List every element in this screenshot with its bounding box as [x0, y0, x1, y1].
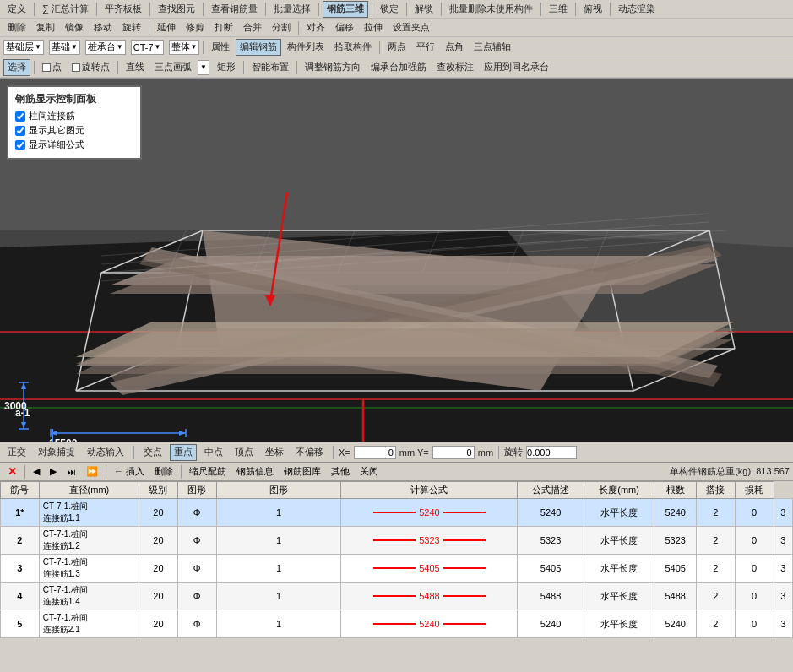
parallel-btn[interactable]: 平行 [412, 39, 439, 56]
batch-delete-btn[interactable]: 批量删除未使用构件 [445, 1, 537, 18]
layer-dropdown[interactable]: 基础层 ▼ [3, 40, 44, 55]
edit-rebar-btn[interactable]: 编辑钢筋 [236, 39, 281, 56]
table-row[interactable]: 5 CT-7-1.桩间连接筋2.1 20 Φ 1 5240 5240 水平长度 … [1, 610, 793, 638]
rebar-table-wrapper[interactable]: 筋号 直径(mm) 级别 图形 图形 计算公式 公式描述 长度(mm) 根数 搭… [0, 481, 793, 638]
table-row[interactable]: 1* CT-7-1.桩间连接筋1.1 20 Φ 1 5240 5240 水平长度… [1, 499, 793, 527]
break-btn[interactable]: 打断 [210, 19, 237, 36]
close-btn[interactable]: 关闭 [356, 463, 383, 480]
panel-item-1[interactable]: 柱间连接筋 [15, 110, 133, 122]
insert-btn[interactable]: ← 插入 [110, 463, 149, 480]
trim-btn[interactable]: 修剪 [182, 19, 209, 36]
check-annotation-btn[interactable]: 查改标注 [432, 59, 478, 76]
coord-btn[interactable]: 坐标 [261, 444, 288, 461]
toolbar-row-3: 基础层 ▼ 基础 ▼ 桩承台 ▼ CT-7 ▼ 整体 ▼ 属性 编辑钢筋 构件列… [0, 37, 793, 57]
stretch-btn[interactable]: 拉伸 [360, 19, 387, 36]
center-point-btn[interactable]: 中点 [200, 444, 227, 461]
3d-btn[interactable]: 三维 [545, 1, 572, 18]
rotate-input[interactable] [526, 446, 577, 459]
no-offset-btn[interactable]: 不偏移 [291, 444, 328, 461]
arc-btn[interactable]: 三点画弧 [150, 59, 196, 76]
scope-dropdown[interactable]: 整体 ▼ [169, 40, 200, 55]
prev-btn[interactable]: ◀ [29, 463, 44, 480]
unlock-btn[interactable]: 解锁 [410, 1, 437, 18]
object-snap-btn[interactable]: 对象捕捉 [34, 444, 79, 461]
table-row[interactable]: 4 CT-7-1.桩间连接筋1.4 20 Φ 1 5488 5488 水平长度 … [1, 583, 793, 610]
offset-btn[interactable]: 偏移 [331, 19, 358, 36]
component-list-btn[interactable]: 构件列表 [283, 39, 329, 56]
checkbox-show-others[interactable] [15, 126, 25, 136]
cell-name: CT-7-1.桩间连接筋1.3 [39, 555, 139, 583]
panel-item-2[interactable]: 显示其它图元 [15, 124, 133, 137]
layer-label: 基础层 [6, 41, 34, 53]
intersection-btn[interactable]: 交点 [139, 444, 166, 461]
3d-viewport[interactable]: a-1 3000 15500 Y X 6-3 9 [0, 79, 793, 442]
find-element-btn[interactable]: 查找图元 [154, 1, 199, 18]
table-row[interactable]: 2 CT-7-1.桩间连接筋1.2 20 Φ 1 5323 5323 水平长度 … [1, 527, 793, 555]
merge-btn[interactable]: 合并 [239, 19, 266, 36]
top-view-btn[interactable]: 俯视 [579, 1, 606, 18]
close-x-btn[interactable]: ✕ [3, 463, 21, 480]
lock-btn[interactable]: 锁定 [376, 1, 403, 18]
cell-grade: Φ [177, 499, 216, 527]
select-btn[interactable]: 选择 [3, 59, 30, 76]
split-btn[interactable]: 分割 [268, 19, 295, 36]
line-btn[interactable]: 直线 [122, 59, 149, 76]
extend-btn[interactable]: 延伸 [153, 19, 180, 36]
cell-name: CT-7-1.桩间连接筋2.1 [39, 610, 139, 638]
sublayer-dropdown[interactable]: 基础 ▼ [49, 40, 80, 55]
rebar-lib-btn[interactable]: 钢筋图库 [280, 463, 325, 480]
point-angle-btn[interactable]: 点角 [441, 39, 468, 56]
x-input[interactable] [354, 446, 396, 459]
align-btn[interactable]: 对齐 [302, 19, 329, 36]
cell-num: 1* [1, 499, 40, 527]
rect-btn[interactable]: 矩形 [213, 59, 240, 76]
view-rebar-btn[interactable]: 查看钢筋量 [207, 1, 262, 18]
vertex-btn[interactable]: 顶点 [231, 444, 258, 461]
pick-component-btn[interactable]: 拾取构件 [330, 39, 376, 56]
table-row[interactable]: 3 CT-7-1.桩间连接筋1.3 20 Φ 1 5405 5405 水平长度 … [1, 555, 793, 583]
flush-board-btn[interactable]: 平齐板板 [100, 1, 146, 18]
delete-row-btn[interactable]: 删除 [150, 463, 177, 480]
copy-btn[interactable]: 复制 [32, 19, 59, 36]
y-input[interactable] [432, 446, 475, 459]
define-btn[interactable]: 定义 [3, 1, 30, 18]
cell-calc: 5488 [518, 583, 584, 610]
svg-marker-22 [76, 328, 735, 364]
sep-r4c [243, 61, 244, 74]
rebar-3d-btn[interactable]: 钢筋三维 [323, 1, 368, 18]
ortho-btn[interactable]: 正交 [3, 444, 30, 461]
edit-cap-rebar-btn[interactable]: 编承台加强筋 [367, 59, 431, 76]
two-point-btn[interactable]: 两点 [383, 39, 410, 56]
checkbox-column-rebar[interactable] [15, 111, 25, 122]
last-btn[interactable]: ⏭ [62, 463, 80, 480]
svg-text:15500: 15500 [49, 437, 78, 442]
three-point-aux-btn[interactable]: 三点辅轴 [470, 39, 515, 56]
arc-shape-dropdown[interactable]: ▼ [198, 60, 209, 75]
adjust-rebar-dir-btn[interactable]: 调整钢筋方向 [301, 59, 365, 76]
mirror-btn[interactable]: 镜像 [61, 19, 88, 36]
play-btn[interactable]: ▶ [46, 463, 61, 480]
panel-item-3[interactable]: 显示详细公式 [15, 138, 133, 151]
apply-same-cap-btn[interactable]: 应用到同名承台 [480, 59, 553, 76]
rotate-btn[interactable]: 旋转 [118, 19, 145, 36]
next-btn[interactable]: ⏩ [82, 463, 102, 480]
code-dropdown[interactable]: CT-7 ▼ [131, 40, 164, 55]
dynamic-input-btn[interactable]: 动态输入 [83, 444, 128, 461]
delete-btn[interactable]: 删除 [3, 19, 30, 36]
smart-layout-btn[interactable]: 智能布置 [247, 59, 293, 76]
summary-calc-btn[interactable]: ∑ 汇总计算 [38, 1, 93, 18]
other-btn[interactable]: 其他 [327, 463, 354, 480]
property-btn[interactable]: 属性 [207, 39, 234, 56]
rebar-info-btn[interactable]: 钢筋信息 [232, 463, 278, 480]
batch-select-btn[interactable]: 批量选择 [269, 1, 315, 18]
move-btn[interactable]: 移动 [90, 19, 117, 36]
rotate-point-btn[interactable]: 旋转点 [68, 59, 114, 76]
set-grip-btn[interactable]: 设置夹点 [388, 19, 434, 36]
scale-rebar-btn[interactable]: 缩尺配筋 [185, 463, 231, 480]
dynamic-render-btn[interactable]: 动态渲染 [614, 1, 660, 18]
midpoint-btn2[interactable]: 重点 [170, 444, 197, 461]
point-btn[interactable]: 点 [38, 59, 66, 76]
checkbox-show-formula[interactable] [15, 140, 25, 150]
type-dropdown[interactable]: 桩承台 ▼ [85, 40, 126, 55]
cell-figure: 5488 [341, 583, 518, 610]
